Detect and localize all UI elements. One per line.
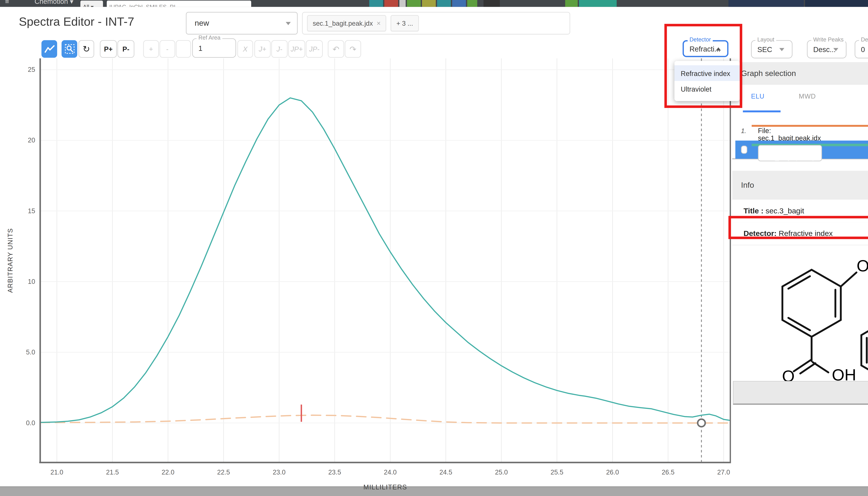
plus-button[interactable]: + xyxy=(143,40,159,58)
svg-text:26.5: 26.5 xyxy=(661,469,674,476)
more-files-label: + 3 ... xyxy=(396,19,413,27)
jp-plus-button[interactable]: JP+ xyxy=(288,40,305,58)
background-toolbar-icon xyxy=(399,0,406,7)
detector-select-label: Detector xyxy=(688,36,713,43)
write-peaks-select-label: Write Peaks xyxy=(811,36,846,43)
layout-select-label: Layout xyxy=(756,36,776,43)
detector-option-ultraviolet[interactable]: Ultraviolet xyxy=(674,81,740,97)
background-toolbar-icon xyxy=(728,0,804,7)
svg-text:27.0: 27.0 xyxy=(717,469,730,476)
svg-text:MILLILITERS: MILLILITERS xyxy=(363,483,407,491)
more-files-chip[interactable]: + 3 ... xyxy=(391,15,419,31)
line-chart-icon xyxy=(44,45,54,53)
chevron-down-icon xyxy=(286,22,291,25)
active-tab-underline xyxy=(743,110,780,112)
peak-add-button[interactable]: P+ xyxy=(100,40,117,58)
undo-icon: ↶ xyxy=(333,44,339,53)
svg-text:22.0: 22.0 xyxy=(162,469,174,476)
svg-text:21.0: 21.0 xyxy=(50,469,63,476)
background-toolbar-icon xyxy=(565,0,578,7)
series-color-line-orange xyxy=(752,125,868,127)
redo-icon: ↷ xyxy=(349,44,356,53)
j-minus-button[interactable]: J- xyxy=(271,40,288,58)
background-toolbar-icon xyxy=(484,0,500,7)
undo-button[interactable]: ↶ xyxy=(328,40,344,58)
reset-zoom-button[interactable]: ↻ xyxy=(78,40,94,58)
jp-minus-button[interactable]: JP- xyxy=(306,40,323,58)
info-header[interactable]: Info xyxy=(732,171,868,200)
svg-text:10: 10 xyxy=(28,278,35,285)
file-label: File: sec.1_bagit.peak.jdx xyxy=(758,127,821,142)
write-peaks-select[interactable]: Write Peaks Desc... xyxy=(807,40,847,59)
tab-mwd[interactable]: MWD xyxy=(799,92,816,100)
chevron-up-icon xyxy=(716,47,721,50)
svg-text:5.0: 5.0 xyxy=(26,348,35,356)
minus-button[interactable]: - xyxy=(159,40,175,58)
molecule-structure: O O O OH xyxy=(755,240,868,384)
zoom-selection-button[interactable] xyxy=(61,40,77,58)
refresh-icon: ↻ xyxy=(82,44,90,54)
info-title-label: Title : xyxy=(744,206,763,215)
peak-remove-button[interactable]: P- xyxy=(117,40,134,58)
page-title: Spectra Editor - INT-7 xyxy=(19,15,134,29)
sidebar-footer-bar xyxy=(733,381,868,405)
graph-selection-header[interactable]: Graph selection xyxy=(732,62,868,86)
layout-select[interactable]: Layout SEC xyxy=(751,40,792,59)
ref-area-field[interactable]: Ref Area 1 xyxy=(192,38,236,58)
preset-select-value: new xyxy=(195,19,286,28)
background-search-box: IUPAC, InChI, SMILES, RI... xyxy=(107,1,251,7)
svg-text:26.0: 26.0 xyxy=(606,469,619,476)
spectra-editor-window: ≡ Chemotion ▾ All ▾ IUPAC, InChI, SMILES… xyxy=(0,0,868,496)
info-detector-value: Refractive index xyxy=(779,229,833,238)
detector-option-refractive-index[interactable]: Refractive index xyxy=(674,65,740,81)
remove-chip-icon[interactable]: × xyxy=(377,19,381,27)
detector-select[interactable]: Detector Refracti... xyxy=(683,40,728,57)
chevron-down-icon xyxy=(833,48,838,51)
background-toolbar-icon xyxy=(384,0,398,7)
svg-text:0.0: 0.0 xyxy=(26,419,35,427)
file-chip-label: sec.1_bagit.peak.jdx xyxy=(313,19,373,27)
svg-text:25.0: 25.0 xyxy=(495,469,508,476)
background-toolbar-icon xyxy=(579,0,616,7)
file-index: 2. xyxy=(741,145,747,154)
clear-button[interactable]: X xyxy=(237,40,253,58)
chromatogram-chart[interactable]: 21.021.522.022.523.023.524.024.525.025.5… xyxy=(0,57,735,496)
redo-button[interactable]: ↷ xyxy=(345,40,361,58)
detector-dropdown-menu: Refractive index Ultraviolet xyxy=(674,61,740,101)
write-peaks-select-value: Desc... xyxy=(813,45,836,53)
background-toolbar-icon xyxy=(437,0,451,7)
svg-text:24.5: 24.5 xyxy=(439,469,452,476)
hamburger-icon: ≡ xyxy=(5,0,9,5)
info-row-title: Title : sec.3_bagit xyxy=(732,200,868,223)
blank-button[interactable] xyxy=(176,40,191,58)
j-plus-button[interactable]: J+ xyxy=(254,40,271,58)
svg-text:15: 15 xyxy=(28,207,35,215)
svg-text:22.5: 22.5 xyxy=(217,469,230,476)
background-filter-chip: All ▾ xyxy=(80,1,103,7)
layout-select-value: SEC xyxy=(757,45,772,53)
file-chips-box[interactable]: sec.1_bagit.peak.jdx × + 3 ... xyxy=(302,12,570,34)
background-toolbar-icon xyxy=(805,0,868,7)
svg-text:24.0: 24.0 xyxy=(384,469,397,476)
info-detector-label: Detector: xyxy=(744,229,777,238)
background-toolbar-icon xyxy=(407,0,421,7)
background-browser-strip: ≡ Chemotion ▾ All ▾ IUPAC, InChI, SMILES… xyxy=(0,0,868,7)
background-toolbar-icon xyxy=(467,0,477,7)
svg-text:25: 25 xyxy=(28,66,35,73)
ref-area-value: 1 xyxy=(198,44,202,52)
ref-area-label: Ref Area xyxy=(197,34,222,41)
preset-select[interactable]: new xyxy=(186,12,298,34)
file-label: File: sec.3_bagit.peak.jdx xyxy=(758,145,822,161)
decimal-select[interactable]: Decimal 0 xyxy=(855,40,868,59)
svg-text:21.5: 21.5 xyxy=(106,469,119,476)
decimal-select-label: Decimal xyxy=(859,36,868,43)
background-toolbar-icon xyxy=(422,0,436,7)
display-curve-button[interactable] xyxy=(42,40,57,58)
decimal-select-value: 0 xyxy=(861,45,865,53)
ester-oxygen-label: O xyxy=(857,257,868,275)
molecule-svg: O O O OH xyxy=(755,240,868,384)
svg-text:ARBITRARY UNITS: ARBITRARY UNITS xyxy=(6,228,14,293)
tab-elu[interactable]: ELU xyxy=(751,92,764,100)
file-chip[interactable]: sec.1_bagit.peak.jdx × xyxy=(307,15,386,31)
zoom-area-icon xyxy=(64,44,75,54)
